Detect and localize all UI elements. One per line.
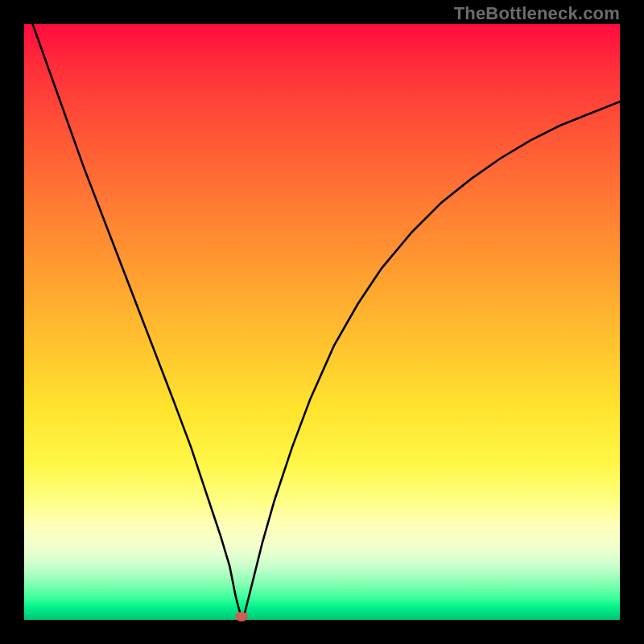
curve-svg xyxy=(24,24,620,620)
watermark-text: TheBottleneck.com xyxy=(454,3,620,24)
optimal-point-marker xyxy=(235,612,248,621)
chart-frame: TheBottleneck.com xyxy=(0,0,644,644)
bottleneck-curve xyxy=(24,0,620,617)
plot-area xyxy=(24,24,620,620)
